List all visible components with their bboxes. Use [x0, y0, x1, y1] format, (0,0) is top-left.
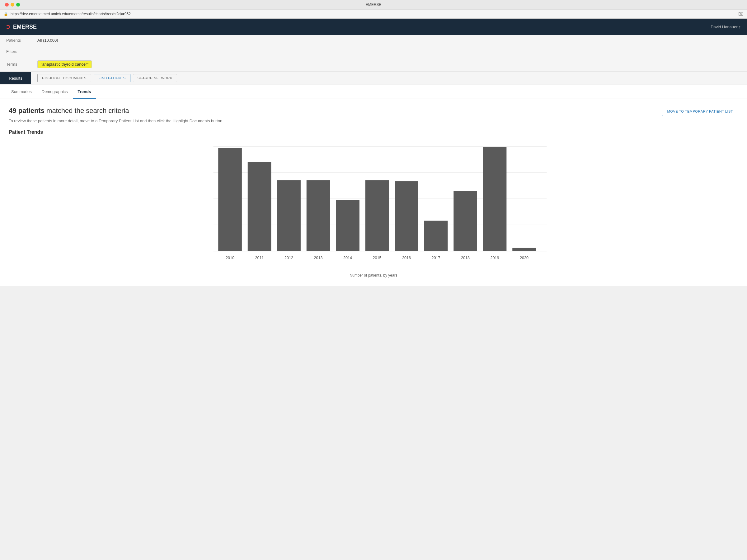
tab-demographics[interactable]: Demographics	[37, 85, 73, 99]
sub-nav: Summaries Demographics Trends	[0, 85, 747, 99]
x-label-2012: 2012	[284, 256, 293, 260]
browser-dots	[5, 3, 20, 6]
logo-icon: ↄ	[6, 23, 10, 31]
result-headline: 49 patients matched the search criteria …	[9, 107, 738, 116]
filters-row: Filters	[6, 46, 741, 57]
bar-2015	[365, 180, 389, 251]
x-label-2017: 2017	[432, 256, 440, 260]
close-dot[interactable]	[5, 3, 9, 6]
lock-icon: 🔒	[4, 12, 8, 16]
bar-2020	[512, 248, 536, 251]
bar-2013	[307, 180, 330, 251]
main-content: 49 patients matched the search criteria …	[0, 99, 747, 286]
x-label-2015: 2015	[373, 256, 382, 260]
app-logo: ↄ EMERSE	[6, 23, 37, 31]
key-icon: ⌧	[738, 11, 743, 17]
tab-summaries[interactable]: Summaries	[6, 85, 37, 99]
patients-label: Patients	[6, 38, 37, 43]
bar-2016	[395, 181, 418, 251]
bar-2019	[483, 147, 507, 251]
bar-2010	[218, 148, 242, 251]
browser-url: https://dev-emerse.med.umich.edu/emerse/…	[10, 12, 131, 16]
user-menu[interactable]: David Hanauer	[711, 25, 741, 29]
result-count-patients: 49 patients	[9, 107, 45, 114]
bar-2012	[277, 180, 301, 251]
terms-label: Terms	[6, 62, 37, 66]
result-count: 49 patients matched the search criteria	[9, 107, 129, 115]
find-patients-button[interactable]: FIND PATIENTS	[94, 74, 130, 82]
chart-container: 2010 2011 2012 2013 2014 2015 2016 2017 …	[9, 140, 738, 271]
term-badge[interactable]: "anaplastic thyroid cancer"	[37, 60, 92, 68]
minimize-dot[interactable]	[10, 3, 14, 6]
trends-chart: 2010 2011 2012 2013 2014 2015 2016 2017 …	[9, 140, 738, 271]
patients-value: All (10,000)	[37, 38, 58, 43]
maximize-dot[interactable]	[16, 3, 20, 6]
browser-chrome: EMERSE 🔒 https://dev-emerse.med.umich.ed…	[0, 0, 747, 19]
terms-row: Terms "anaplastic thyroid cancer"	[6, 57, 741, 71]
filters-label: Filters	[6, 49, 37, 54]
meta-section: Patients All (10,000) Filters Terms "ana…	[0, 35, 747, 72]
highlight-documents-button[interactable]: HIGHLIGHT DOCUMENTS	[37, 74, 91, 82]
move-to-temporary-list-button[interactable]: MOVE TO TEMPORARY PATIENT LIST	[662, 107, 738, 116]
result-count-suffix: matched the search criteria	[45, 107, 129, 114]
bar-2014	[336, 200, 360, 251]
logo-text: EMERSE	[13, 24, 37, 30]
results-tab[interactable]: Results	[0, 72, 31, 84]
chart-title: Patient Trends	[9, 129, 738, 135]
x-label-2014: 2014	[343, 256, 352, 260]
toolbar-buttons: HIGHLIGHT DOCUMENTS FIND PATIENTS SEARCH…	[31, 72, 183, 85]
patients-row: Patients All (10,000)	[6, 35, 741, 46]
chart-x-axis-label: Number of patients, by years	[9, 273, 738, 277]
app-header: ↄ EMERSE David Hanauer	[0, 19, 747, 35]
browser-addressbar: 🔒 https://dev-emerse.med.umich.edu/emers…	[0, 9, 747, 18]
x-label-2011: 2011	[255, 256, 264, 260]
tab-trends[interactable]: Trends	[73, 85, 96, 99]
bar-2018	[454, 191, 477, 251]
browser-title: EMERSE	[366, 2, 382, 7]
bar-2017	[424, 220, 448, 251]
browser-titlebar: EMERSE	[0, 0, 747, 9]
x-label-2010: 2010	[226, 256, 234, 260]
x-label-2019: 2019	[491, 256, 499, 260]
results-toolbar: Results HIGHLIGHT DOCUMENTS FIND PATIENT…	[0, 72, 747, 85]
x-label-2016: 2016	[402, 256, 411, 260]
x-label-2013: 2013	[314, 256, 323, 260]
x-label-2018: 2018	[461, 256, 470, 260]
bar-2011	[248, 162, 272, 251]
result-subtitle: To review these patients in more detail,…	[9, 118, 738, 123]
search-network-button[interactable]: SEARCH NETWORK	[133, 74, 177, 82]
x-label-2020: 2020	[520, 256, 529, 260]
